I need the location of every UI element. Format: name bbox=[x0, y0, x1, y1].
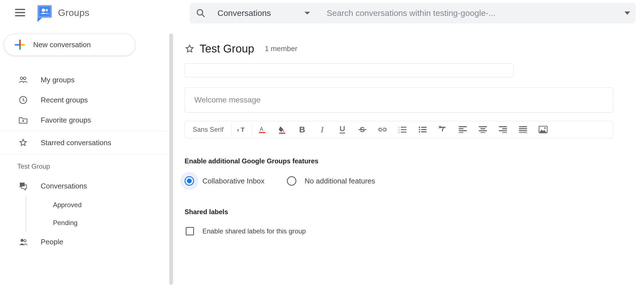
link-button[interactable] bbox=[372, 123, 393, 136]
numbered-list-button[interactable]: 123 bbox=[393, 123, 413, 136]
svg-rect-45 bbox=[479, 130, 487, 131]
sidebar-group-name: Test Group bbox=[0, 163, 168, 170]
welcome-message-field[interactable]: Welcome message bbox=[185, 87, 613, 113]
align-left-button[interactable] bbox=[453, 123, 473, 136]
insert-image-button[interactable] bbox=[533, 123, 553, 136]
radio-icon bbox=[287, 176, 296, 186]
features-radio-group: Collaborative Inbox No additional featur… bbox=[185, 176, 636, 186]
subject-field[interactable] bbox=[185, 63, 514, 77]
svg-rect-41 bbox=[459, 130, 467, 131]
main-menu-button[interactable] bbox=[13, 6, 27, 19]
highlight-color-button[interactable] bbox=[272, 123, 292, 136]
search-scope-label: Conversations bbox=[217, 8, 271, 18]
sidebar-item-recent-groups[interactable]: Recent groups bbox=[0, 90, 168, 110]
nav-label: Conversations bbox=[41, 182, 87, 190]
member-count: 1 member bbox=[265, 44, 297, 53]
radio-no-additional-features[interactable]: No additional features bbox=[287, 176, 375, 186]
bold-button[interactable]: B bbox=[292, 123, 312, 136]
sidebar-item-my-groups[interactable]: My groups bbox=[0, 70, 168, 90]
sidebar-item-starred-conversations[interactable]: Starred conversations bbox=[0, 133, 168, 153]
new-conversation-button[interactable]: New conversation bbox=[4, 34, 135, 56]
italic-button[interactable]: I bbox=[312, 123, 332, 136]
sidebar-item-people[interactable]: People bbox=[0, 232, 168, 252]
svg-point-18 bbox=[24, 240, 26, 242]
svg-rect-30 bbox=[401, 127, 406, 128]
svg-point-5 bbox=[42, 9, 45, 12]
welcome-placeholder: Welcome message bbox=[194, 95, 261, 104]
plus-icon bbox=[14, 39, 25, 50]
clear-formatting-button[interactable] bbox=[433, 123, 453, 136]
svg-rect-13 bbox=[19, 44, 21, 46]
nav-label: Pending bbox=[53, 219, 78, 227]
star-icon bbox=[18, 137, 28, 148]
shared-labels-checkbox[interactable] bbox=[186, 227, 194, 235]
align-right-button[interactable] bbox=[493, 123, 513, 136]
shared-labels-section-title: Shared labels bbox=[185, 208, 636, 216]
bulleted-list-icon bbox=[418, 126, 427, 133]
search-scope-dropdown[interactable]: Conversations bbox=[212, 3, 316, 23]
radio-label: Collaborative Inbox bbox=[202, 177, 265, 185]
product-logo[interactable]: Groups bbox=[36, 4, 89, 21]
svg-text:T: T bbox=[241, 126, 244, 133]
svg-rect-1 bbox=[15, 12, 25, 13]
main-content: Test Group 1 member Welcome message Sans… bbox=[185, 42, 636, 235]
underline-button[interactable] bbox=[332, 123, 352, 136]
sidebar-subitem-pending[interactable]: Pending bbox=[26, 214, 168, 232]
divider bbox=[0, 154, 168, 154]
align-left-icon bbox=[459, 126, 467, 133]
svg-rect-39 bbox=[459, 126, 467, 127]
search-options-dropdown[interactable] bbox=[619, 3, 636, 23]
svg-point-34 bbox=[419, 129, 420, 130]
svg-point-35 bbox=[419, 131, 420, 133]
search-input[interactable] bbox=[316, 8, 619, 18]
svg-rect-40 bbox=[459, 128, 463, 129]
svg-rect-53 bbox=[519, 130, 527, 131]
svg-rect-50 bbox=[502, 132, 507, 133]
svg-rect-32 bbox=[401, 132, 406, 133]
svg-rect-12 bbox=[20, 44, 25, 46]
svg-rect-49 bbox=[499, 130, 507, 131]
bulleted-list-button[interactable] bbox=[413, 123, 433, 136]
sidebar-item-favorite-groups[interactable]: Favorite groups bbox=[0, 110, 168, 130]
conversations-icon bbox=[18, 181, 28, 191]
caret-down-icon bbox=[304, 12, 310, 15]
font-size-button[interactable]: тT bbox=[232, 123, 252, 136]
svg-rect-26 bbox=[359, 129, 366, 130]
svg-rect-23 bbox=[279, 133, 285, 134]
people-icon bbox=[18, 237, 28, 247]
align-center-button[interactable] bbox=[473, 123, 493, 136]
star-group-button[interactable] bbox=[185, 44, 195, 54]
product-name: Groups bbox=[58, 7, 89, 18]
svg-line-8 bbox=[202, 15, 204, 17]
numbered-list-icon: 123 bbox=[398, 126, 407, 133]
star-outline-icon bbox=[185, 44, 195, 54]
group-header: Test Group 1 member bbox=[185, 42, 636, 55]
text-color-button[interactable]: A bbox=[252, 123, 272, 136]
svg-rect-2 bbox=[15, 15, 25, 16]
groups-logo-icon bbox=[36, 4, 53, 21]
nav-label: Approved bbox=[53, 201, 82, 209]
svg-rect-51 bbox=[519, 126, 527, 127]
people-icon bbox=[18, 75, 28, 85]
sidebar-subitem-approved[interactable]: Approved bbox=[26, 196, 168, 214]
search-button[interactable] bbox=[190, 3, 212, 23]
svg-rect-48 bbox=[502, 128, 507, 129]
svg-rect-47 bbox=[499, 126, 507, 127]
rich-text-toolbar: Sans Serif тT A B I S 123 bbox=[185, 121, 613, 138]
nav-label: Favorite groups bbox=[41, 116, 91, 125]
svg-rect-0 bbox=[15, 9, 25, 10]
sidebar-item-conversations[interactable]: Conversations bbox=[0, 176, 168, 196]
nav-label: Starred conversations bbox=[41, 138, 111, 147]
font-family-dropdown[interactable]: Sans Serif bbox=[193, 124, 232, 135]
group-title: Test Group bbox=[200, 42, 254, 55]
image-icon bbox=[539, 126, 548, 133]
clear-format-icon bbox=[439, 126, 447, 133]
radio-collaborative-inbox[interactable]: Collaborative Inbox bbox=[185, 176, 265, 186]
svg-point-33 bbox=[419, 126, 420, 128]
svg-point-14 bbox=[20, 77, 23, 80]
svg-rect-54 bbox=[519, 132, 527, 133]
caret-down-icon bbox=[624, 11, 630, 15]
align-justify-button[interactable] bbox=[513, 123, 533, 136]
vertical-scrollbar[interactable] bbox=[169, 34, 173, 285]
strikethrough-button[interactable]: S bbox=[352, 123, 372, 136]
